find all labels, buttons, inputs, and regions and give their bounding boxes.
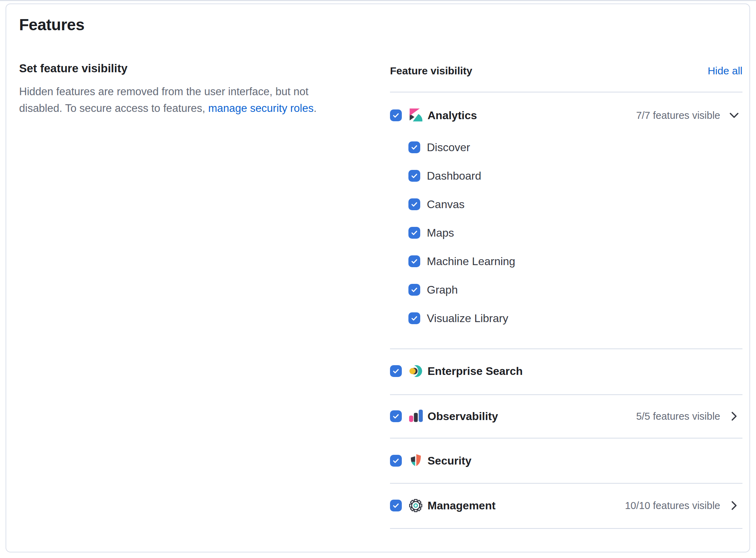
security-checkbox[interactable] <box>390 455 402 467</box>
kibana-logo-icon <box>408 108 423 123</box>
feature-visibility-label: Feature visibility <box>390 65 472 77</box>
sub-row-machine-learning: Machine Learning <box>390 247 742 276</box>
management-gear-icon <box>408 498 423 513</box>
discover-checkbox[interactable] <box>408 141 420 153</box>
checkmark-icon <box>410 229 418 237</box>
management-checkbox[interactable] <box>390 500 402 511</box>
observability-logo-icon <box>408 409 423 424</box>
sub-row-graph: Graph <box>390 276 742 304</box>
group-row-security: Security <box>390 438 742 483</box>
chevron-right-icon[interactable] <box>728 410 740 422</box>
checkmark-icon <box>410 143 418 151</box>
enterprise-search-checkbox[interactable] <box>390 365 402 377</box>
checkmark-icon <box>410 314 418 322</box>
checkmark-icon <box>392 112 400 119</box>
security-logo-icon <box>408 453 423 468</box>
group-label: Observability <box>428 410 498 423</box>
enterprise-search-logo-icon <box>408 364 423 378</box>
page-title: Features <box>19 15 84 34</box>
group-row-observability: Observability 5/5 features visible <box>390 394 742 439</box>
sub-row-maps: Maps <box>390 219 742 247</box>
sub-row-canvas: Canvas <box>390 190 742 219</box>
checkmark-icon <box>392 412 400 420</box>
description-period: . <box>314 102 317 114</box>
visualize-library-checkbox[interactable] <box>408 312 420 324</box>
feature-count: 5/5 features visible <box>636 411 720 422</box>
page-top-border <box>0 0 756 1</box>
group-label: Analytics <box>428 109 477 122</box>
checkmark-icon <box>392 457 400 465</box>
group-row-analytics: Analytics 7/7 features visible <box>390 93 742 138</box>
group-label: Enterprise Search <box>428 365 523 378</box>
sub-row-discover: Discover <box>390 133 742 162</box>
maps-checkbox[interactable] <box>408 227 420 239</box>
feature-count: 7/7 features visible <box>636 110 720 121</box>
divider <box>390 528 742 529</box>
analytics-checkbox[interactable] <box>390 109 402 121</box>
sub-row-dashboard: Dashboard <box>390 162 742 190</box>
observability-checkbox[interactable] <box>390 410 402 422</box>
management-row-right: 10/10 features visible <box>625 499 742 512</box>
set-feature-visibility-heading: Set feature visibility <box>19 62 128 75</box>
group-row-enterprise-search: Enterprise Search <box>390 348 742 394</box>
checkmark-icon <box>392 367 400 375</box>
chevron-right-icon[interactable] <box>728 499 740 512</box>
checkmark-icon <box>392 502 400 509</box>
canvas-checkbox[interactable] <box>408 198 420 210</box>
features-panel: Features Set feature visibility Hidden f… <box>6 3 750 552</box>
sub-label: Dashboard <box>427 170 481 182</box>
group-label: Security <box>428 454 471 467</box>
sub-label: Maps <box>427 227 454 239</box>
checkmark-icon <box>410 286 418 294</box>
hide-all-link[interactable]: Hide all <box>708 65 742 77</box>
observability-row-right: 5/5 features visible <box>636 410 742 422</box>
analytics-row-right: 7/7 features visible <box>636 109 742 122</box>
section-description: Hidden features are removed from the use… <box>19 83 344 117</box>
sub-label: Canvas <box>427 198 465 211</box>
dashboard-checkbox[interactable] <box>408 170 420 182</box>
group-label: Management <box>428 499 496 512</box>
sub-row-visualize-library: Visualize Library <box>390 304 742 333</box>
manage-security-roles-link[interactable]: manage security roles <box>208 102 314 114</box>
checkmark-icon <box>410 172 418 180</box>
feature-count: 10/10 features visible <box>625 500 720 511</box>
checkmark-icon <box>410 257 418 265</box>
graph-checkbox[interactable] <box>408 284 420 296</box>
group-row-management: Management 10/10 features visible <box>390 483 742 528</box>
feature-visibility-header: Feature visibility Hide all <box>390 64 742 78</box>
chevron-down-icon[interactable] <box>728 109 740 122</box>
machine-learning-checkbox[interactable] <box>408 255 420 267</box>
sub-label: Machine Learning <box>427 255 515 268</box>
divider <box>390 92 742 92</box>
sub-label: Graph <box>427 284 458 296</box>
sub-label: Visualize Library <box>427 312 508 325</box>
checkmark-icon <box>410 200 418 208</box>
sub-label: Discover <box>427 141 470 154</box>
